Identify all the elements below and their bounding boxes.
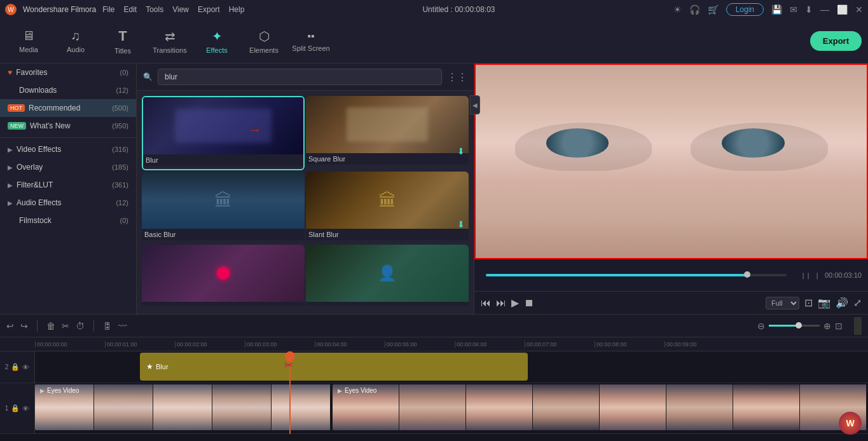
- effects-panel: ◀ 🔍 ⋮⋮ Blur ⬇ Square Blur: [137, 64, 474, 314]
- sidebar-item-whatsnew[interactable]: NEW What's New (950): [0, 117, 136, 135]
- favorites-label: Favorites: [16, 68, 117, 77]
- effect-card-basic-blur[interactable]: 🏛 Basic Blur: [142, 172, 305, 243]
- fullscreen-icon[interactable]: ⤢: [853, 297, 862, 309]
- step-forward-button[interactable]: ⏭: [496, 297, 506, 309]
- eye-icon-1[interactable]: 👁: [22, 405, 29, 412]
- effect-card-5[interactable]: [142, 245, 305, 309]
- toolbar-media[interactable]: 🖥 Media: [6, 22, 51, 60]
- sidebar-item-video-effects[interactable]: ▶ Video Effects (316): [0, 140, 136, 158]
- zoom-select[interactable]: Full 50% 75%: [766, 297, 799, 309]
- timeline-scrollbar[interactable]: [854, 317, 862, 335]
- split-icon: ▪▪: [307, 31, 314, 42]
- video-effects-label: Video Effects: [17, 145, 109, 154]
- timeline-toolbar: ↩ ↪ 🗑 ✂ ⏱ 🎛 〰 ⊖ ⊕ ⊡: [0, 315, 868, 337]
- face-thumb-5: [272, 384, 331, 430]
- preview-panel: ❙❙ ❙ 00:00:03:10 ⏮ ⏭ ▶ ⏹ Full 50% 75% ⊡ …: [474, 64, 868, 314]
- play-button[interactable]: ▶: [511, 297, 519, 309]
- downloads-count: (12): [116, 86, 128, 94]
- transitions-icon: ⇄: [165, 29, 176, 44]
- grid-icon[interactable]: ⋮⋮: [447, 71, 467, 83]
- effect-card-square-blur[interactable]: ⬇ Square Blur: [306, 96, 469, 170]
- time-end: 00:00:03:10: [825, 271, 862, 279]
- blur-effect-clip[interactable]: ★ Blur: [140, 353, 528, 381]
- zoom-thumb: [796, 322, 802, 329]
- zoom-plus-icon[interactable]: ⊕: [823, 321, 831, 331]
- zoom-minus-icon[interactable]: ⊖: [757, 321, 765, 331]
- menu-file[interactable]: File: [102, 5, 114, 14]
- mail-icon[interactable]: ✉: [790, 4, 797, 15]
- recommended-count: (500): [112, 104, 128, 112]
- menu-export[interactable]: Export: [198, 5, 220, 14]
- minimize-icon[interactable]: —: [820, 4, 829, 15]
- wondershare-logo: W: [839, 412, 862, 435]
- audio-label: Audio: [67, 46, 85, 53]
- sidebar-item-filmstock[interactable]: Filmstock (0): [0, 212, 136, 229]
- face-thumb-10: [600, 384, 666, 430]
- sidebar: ♥ Favorites (0) Downloads (12) HOT Recom…: [0, 64, 137, 314]
- toolbar-split[interactable]: ▪▪ Split Screen: [289, 22, 333, 60]
- history-button[interactable]: ⏱: [76, 321, 85, 331]
- menu-tools[interactable]: Tools: [146, 5, 163, 14]
- eye-icon-2[interactable]: 👁: [22, 363, 29, 371]
- progress-bar[interactable]: [486, 274, 787, 276]
- basic-blur-label: Basic Blur: [142, 229, 305, 240]
- close-icon[interactable]: ✕: [855, 4, 863, 15]
- toolbar-audio[interactable]: ♫ Audio: [53, 22, 98, 60]
- face-thumb-8: [466, 384, 533, 430]
- waveform-button[interactable]: 〰: [118, 321, 127, 331]
- sidebar-item-audio-effects[interactable]: ▶ Audio Effects (12): [0, 194, 136, 212]
- zoom-bar[interactable]: [769, 325, 820, 327]
- effect-card-blur[interactable]: Blur: [142, 96, 305, 170]
- blur-clip-label: Blur: [156, 363, 169, 370]
- timeline-content: 00:00:00:00 00:00:01:00 00:00:02:00 00:0…: [0, 337, 868, 441]
- audio-mix-button[interactable]: 🎛: [103, 321, 112, 331]
- sidebar-item-downloads[interactable]: Downloads (12): [0, 81, 136, 99]
- search-input[interactable]: [158, 69, 442, 85]
- save-icon[interactable]: 💾: [771, 4, 782, 15]
- menu-edit[interactable]: Edit: [124, 5, 137, 14]
- delete-button[interactable]: 🗑: [46, 321, 55, 331]
- fit-screen-icon[interactable]: ⊡: [804, 297, 813, 309]
- login-button[interactable]: Login: [726, 3, 764, 16]
- sun-icon[interactable]: ☀: [673, 4, 682, 15]
- lock-icon-2[interactable]: 🔒: [11, 363, 20, 371]
- face-thumb-3: [153, 384, 212, 430]
- sidebar-divider: [0, 137, 136, 138]
- undo-button[interactable]: ↩: [6, 321, 14, 331]
- step-back-button[interactable]: ⏮: [481, 297, 491, 309]
- main-area: ♥ Favorites (0) Downloads (12) HOT Recom…: [0, 64, 868, 314]
- split-label: Split Screen: [292, 44, 329, 52]
- export-button[interactable]: Export: [810, 31, 862, 51]
- sidebar-item-overlay[interactable]: ▶ Overlay (185): [0, 158, 136, 176]
- stop-button[interactable]: ⏹: [524, 297, 534, 309]
- volume-icon[interactable]: 🔊: [836, 297, 848, 309]
- effect-card-slant-blur[interactable]: 🏛 ⬇ Slant Blur: [306, 172, 469, 243]
- eyes-clip-2[interactable]: ▶ Eyes Video: [333, 384, 867, 430]
- sidebar-item-filterlut[interactable]: ▶ Filter&LUT (361): [0, 176, 136, 194]
- track-row-1: 1 🔒 👁 ▶ Eyes Video: [0, 383, 868, 434]
- zoom-control: ⊖ ⊕ ⊡: [757, 321, 843, 331]
- toolbar-elements[interactable]: ⬡ Elements: [242, 22, 286, 60]
- maximize-icon[interactable]: ⬜: [837, 4, 848, 15]
- screenshot-icon[interactable]: 📷: [818, 297, 830, 309]
- effect-card-6[interactable]: 👤: [306, 245, 469, 309]
- download-icon[interactable]: ⬇: [805, 4, 813, 15]
- cart-icon[interactable]: 🛒: [708, 4, 719, 15]
- redo-button[interactable]: ↪: [20, 321, 28, 331]
- headphone-icon[interactable]: 🎧: [689, 4, 700, 15]
- lock-icon-1[interactable]: 🔒: [11, 404, 20, 412]
- face-thumb-2: [94, 384, 153, 430]
- fit-timeline-button[interactable]: ⊡: [835, 321, 843, 331]
- menu-view[interactable]: View: [172, 5, 189, 14]
- menu-help[interactable]: Help: [229, 5, 245, 14]
- sidebar-item-favorites[interactable]: ♥ Favorites (0): [0, 64, 136, 81]
- titlebar: W Wondershare Filmora File Edit Tools Vi…: [0, 0, 868, 19]
- toolbar-transitions[interactable]: ⇄ Transitions: [148, 22, 192, 60]
- eyes-clip-1[interactable]: ▶ Eyes Video: [35, 384, 331, 430]
- sidebar-item-recommended[interactable]: HOT Recommended (500): [0, 99, 136, 117]
- transitions-label: Transitions: [153, 46, 186, 54]
- collapse-button[interactable]: ◀: [470, 95, 480, 114]
- toolbar-effects[interactable]: ✦ Effects: [195, 22, 239, 60]
- cut-button[interactable]: ✂: [62, 321, 69, 331]
- toolbar-titles[interactable]: T Titles: [100, 22, 145, 60]
